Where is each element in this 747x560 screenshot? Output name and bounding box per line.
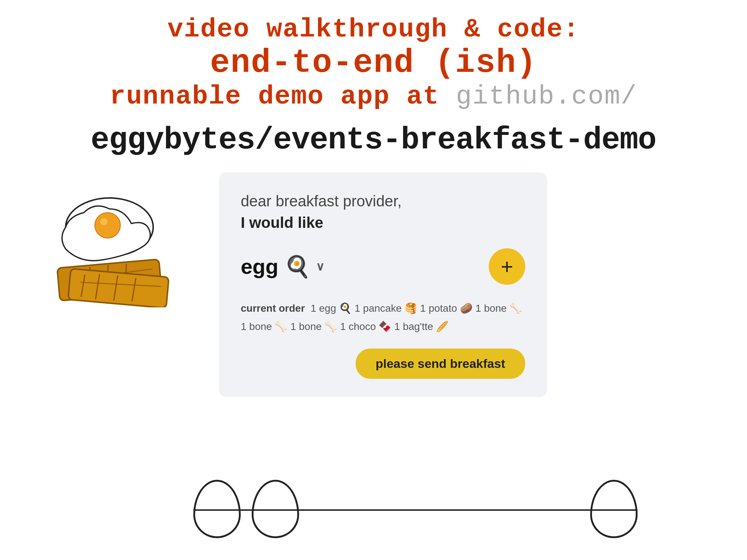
current-order: current order 1 egg 🍳 1 pancake 🥞 1 pota…: [241, 299, 525, 336]
bottom-egg-3: [590, 480, 638, 538]
greeting-line2: I would like: [241, 214, 323, 231]
header-line1: video walkthrough & code:: [0, 15, 747, 44]
greeting-line1: dear breakfast provider,: [241, 192, 402, 210]
header-line2: end-to-end (ish): [0, 44, 747, 82]
item-label: egg 🍳 ∨: [241, 254, 324, 279]
order-card: dear breakfast provider, I would like eg…: [219, 172, 547, 397]
add-button[interactable]: +: [489, 248, 525, 285]
svg-point-1: [95, 213, 120, 238]
header-section: video walkthrough & code: end-to-end (is…: [0, 0, 747, 158]
svg-point-2: [100, 218, 108, 225]
send-breakfast-button[interactable]: please send breakfast: [356, 349, 525, 379]
dropdown-arrow-icon[interactable]: ∨: [316, 260, 324, 273]
current-order-label: current order: [241, 303, 305, 314]
main-content: dear breakfast provider, I would like eg…: [0, 172, 747, 397]
bottom-egg-2: [252, 480, 299, 538]
egg-illustration: [36, 180, 190, 309]
bottom-egg-1: [193, 480, 241, 538]
github-link-text[interactable]: github.com/: [456, 82, 637, 112]
item-selector: egg 🍳 ∨ +: [241, 248, 525, 285]
repo-line: eggybytes/events-breakfast-demo: [0, 122, 747, 158]
header-line2-text: end-to-end (ish): [210, 44, 537, 82]
selected-item-text: egg 🍳: [241, 254, 310, 279]
card-greeting: dear breakfast provider, I would like: [241, 191, 525, 234]
repo-name-text: eggybytes/events-breakfast-demo: [91, 122, 656, 158]
header-line3-prefix: runnable demo app at: [110, 82, 440, 112]
header-line1-text: video walkthrough & code:: [167, 15, 580, 44]
header-line3: runnable demo app at github.com/: [0, 82, 747, 112]
